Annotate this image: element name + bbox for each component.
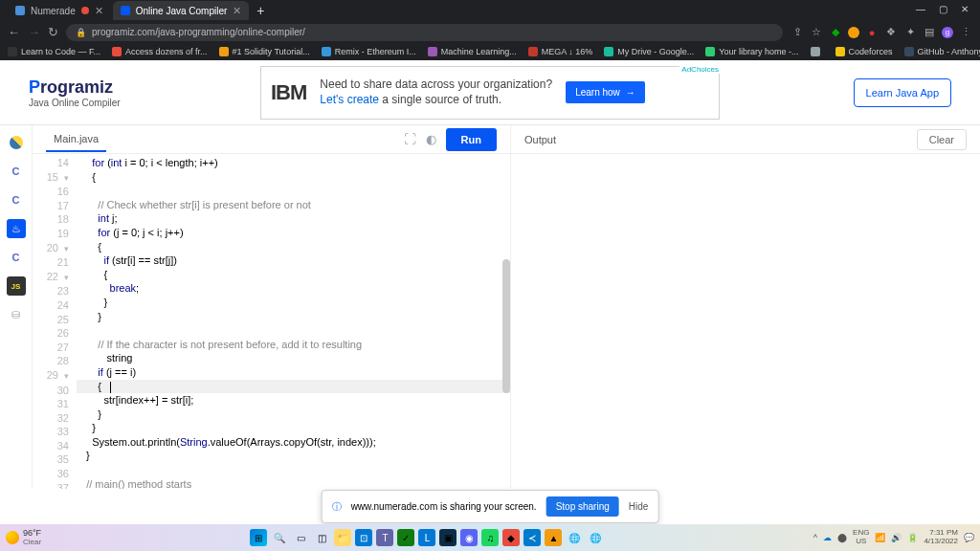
bookmark-item[interactable]: Your library home -... <box>705 47 798 56</box>
adchoices-label[interactable]: AdChoices <box>679 65 721 74</box>
tab-title: Numerade <box>31 6 76 16</box>
clear-button[interactable]: Clear <box>917 129 967 150</box>
bookmark-item[interactable]: MEGA ↓ 16% <box>528 47 593 56</box>
ext-icon[interactable] <box>848 27 859 38</box>
app-icon[interactable]: L <box>418 529 435 546</box>
store-icon[interactable]: ⊡ <box>355 529 372 546</box>
onedrive-icon[interactable]: ☁ <box>823 533 832 542</box>
weather-widget[interactable]: 96°F Clear <box>6 529 41 547</box>
run-button[interactable]: Run <box>446 128 497 151</box>
app-icon[interactable]: ▲ <box>545 529 562 546</box>
lang-python-icon[interactable] <box>7 133 26 152</box>
tab-close-icon[interactable]: ✕ <box>233 5 241 17</box>
output-title: Output <box>524 134 556 145</box>
wifi-icon[interactable]: 📶 <box>875 533 885 542</box>
sun-icon <box>6 531 19 544</box>
taskbar: 96°F Clear ⊞ 🔍 ▭ ◫ 📁 ⊡ T ✓ L ▣ ◉ ♫ ◆ ≺ ▲… <box>0 524 980 551</box>
battery-icon[interactable]: 🔋 <box>907 533 918 542</box>
app-icon[interactable]: T <box>376 529 393 546</box>
bookmark-item[interactable] <box>811 47 824 56</box>
page-header: Programiz Java Online Compiler AdChoices… <box>0 60 980 125</box>
bookmark-item[interactable]: #1 Solidity Tutorial... <box>219 47 310 56</box>
ext-icon[interactable]: ◆ <box>829 26 842 39</box>
browser-tab-compiler[interactable]: Online Java Compiler ✕ <box>113 1 250 20</box>
tab-bar: Numerade ✕ Online Java Compiler ✕ + <box>0 0 980 21</box>
logo[interactable]: Programiz Java Online Compiler <box>29 77 121 108</box>
logo-text: Programiz <box>29 77 121 98</box>
file-tab[interactable]: Main.java <box>46 127 106 152</box>
lang-java-icon[interactable]: ♨ <box>7 219 26 238</box>
lang-sql-icon[interactable]: ⛁ <box>7 305 26 324</box>
browser-chrome: — ▢ ✕ Numerade ✕ Online Java Compiler ✕ … <box>0 0 980 43</box>
editor-container: C C ♨ C JS ⛁ Main.java ⛶ ◐ Run 1415 ▾161… <box>0 125 980 489</box>
maximize-icon[interactable]: ▢ <box>939 4 947 14</box>
explorer-icon[interactable]: 📁 <box>334 529 351 546</box>
browser-tab-numerade[interactable]: Numerade ✕ <box>8 1 111 20</box>
forward-icon[interactable]: → <box>28 25 40 39</box>
lang-c-icon[interactable]: C <box>7 162 26 181</box>
reload-icon[interactable]: ↻ <box>48 25 58 39</box>
app-icon[interactable]: ◆ <box>502 529 520 546</box>
ad-logo: IBM <box>271 80 306 105</box>
lang-js-icon[interactable]: JS <box>7 276 26 296</box>
widgets-icon[interactable]: ◫ <box>313 529 330 546</box>
tab-close-icon[interactable]: ✕ <box>95 5 103 17</box>
app-icon[interactable]: ▣ <box>439 529 457 546</box>
code-editor[interactable]: 1415 ▾1617181920 ▾2122 ▾23242526272829 ▾… <box>33 154 510 489</box>
bookmark-item[interactable]: Learn to Code — F... <box>8 47 100 56</box>
toolbar-icons: ⇪ ☆ ◆ ● ❖ ✦ ▤ g ⋮ <box>791 26 972 39</box>
lang-cpp-icon[interactable]: C <box>7 190 26 209</box>
share-text: www.numerade.com is sharing your screen. <box>351 501 537 512</box>
info-icon: ⓘ <box>332 500 342 514</box>
share-icon[interactable]: ⇪ <box>791 26 804 39</box>
tray-icon[interactable]: ⬤ <box>837 533 847 542</box>
bookmark-item[interactable]: Codeforces <box>835 47 893 56</box>
profile-icon[interactable]: g <box>942 27 953 38</box>
editor-main: Main.java ⛶ ◐ Run 1415 ▾1617181920 ▾2122… <box>33 125 511 489</box>
new-tab-button[interactable]: + <box>251 3 270 18</box>
search-icon[interactable]: 🔍 <box>271 529 288 546</box>
puzzle-icon[interactable]: ✦ <box>903 26 917 39</box>
learn-java-button[interactable]: Learn Java App <box>854 78 951 107</box>
recording-icon <box>81 7 89 14</box>
tab-title: Online Java Compiler <box>136 6 228 16</box>
bookmark-item[interactable]: Access dozens of fr... <box>112 47 208 56</box>
app-icon[interactable]: ♫ <box>481 529 499 546</box>
bookmark-item[interactable]: Machine Learning... <box>428 47 517 56</box>
ad-banner[interactable]: AdChoices IBM Need to share data across … <box>260 66 720 120</box>
code-text[interactable]: for (int i = 0; i < length; i++) { // Ch… <box>77 154 510 489</box>
chrome-icon[interactable]: 🌐 <box>587 529 604 546</box>
address-bar[interactable]: 🔒 programiz.com/java-programming/online-… <box>66 24 783 41</box>
hide-button[interactable]: Hide <box>629 501 649 512</box>
start-icon[interactable]: ⊞ <box>250 529 267 546</box>
tray-chevron-icon[interactable]: ^ <box>813 533 817 542</box>
bookmark-item[interactable]: My Drive - Google... <box>604 47 694 56</box>
ext-icon[interactable]: ● <box>865 26 879 39</box>
close-icon[interactable]: ✕ <box>961 4 969 14</box>
minimize-icon[interactable]: — <box>916 4 925 14</box>
star-icon[interactable]: ☆ <box>810 26 823 39</box>
fullscreen-icon[interactable]: ⛶ <box>404 132 416 146</box>
taskview-icon[interactable]: ▭ <box>292 529 309 546</box>
stop-sharing-button[interactable]: Stop sharing <box>546 496 619 517</box>
bookmark-item[interactable]: Remix - Ethereum I... <box>322 47 416 56</box>
chrome-icon[interactable]: 🌐 <box>566 529 583 546</box>
app-icon[interactable]: ◉ <box>460 529 478 546</box>
scrollbar-thumb[interactable] <box>502 259 510 393</box>
notifications-icon[interactable]: 💬 <box>964 533 974 542</box>
ext-icon[interactable]: ❖ <box>884 26 898 39</box>
app-icon[interactable]: ≺ <box>523 529 541 546</box>
output-pane: Output Clear <box>511 125 980 489</box>
app-icon[interactable]: ✓ <box>397 529 414 546</box>
volume-icon[interactable]: 🔊 <box>891 533 902 542</box>
ad-cta-button[interactable]: Learn how→ <box>566 81 645 103</box>
language-indicator[interactable]: ENGUS <box>853 529 869 546</box>
clock[interactable]: 7:31 PM4/13/2022 <box>924 529 958 546</box>
menu-icon[interactable]: ⋮ <box>959 26 972 39</box>
arrow-icon: → <box>626 87 635 98</box>
theme-icon[interactable]: ◐ <box>426 132 436 146</box>
ext-icon[interactable]: ▤ <box>923 26 936 39</box>
bookmark-item[interactable]: GitHub - AnthonyC... <box>904 47 980 56</box>
back-icon[interactable]: ← <box>8 25 20 39</box>
lang-csharp-icon[interactable]: C <box>7 248 26 267</box>
